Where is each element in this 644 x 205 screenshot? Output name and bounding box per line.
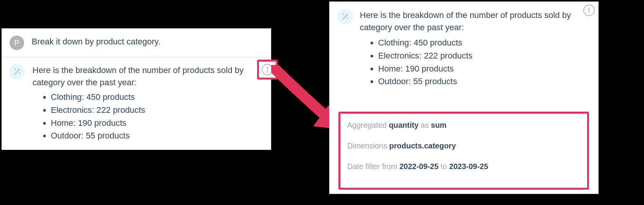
date-mid: to: [439, 162, 449, 171]
ai-intro-text: Here is the breakdown of the number of p…: [32, 65, 244, 87]
user-message-text: Break it down by product category.: [32, 36, 263, 48]
list-item: Outdoor: 55 products: [378, 75, 590, 88]
aggregation-line: Aggregated quantity as sum: [347, 120, 580, 130]
dim-label: Dimensions: [347, 142, 389, 150]
date-label: Date filter from: [347, 162, 400, 171]
list-item: Electronics: 222 products: [51, 104, 263, 116]
list-item: Home: 190 products: [378, 63, 590, 75]
list-item: Clothing: 450 products: [51, 91, 263, 103]
magic-wand-icon: [341, 13, 350, 21]
dim-value: products.category: [389, 142, 456, 150]
magic-wand-icon: [13, 68, 21, 76]
query-details-box: Aggregated quantity as sum Dimensions pr…: [338, 112, 589, 190]
user-avatar: P: [10, 36, 24, 50]
date-filter-line: Date filter from 2022-09-25 to 2023-09-2…: [347, 162, 580, 171]
info-icon-highlight: !: [257, 60, 278, 80]
breakdown-list: Clothing: 450 products Electronics: 222 …: [32, 91, 263, 142]
ai-message-row-expanded: Here is the breakdown of the number of p…: [338, 9, 590, 88]
info-icon[interactable]: !: [583, 5, 595, 16]
agg-field: quantity: [389, 121, 419, 129]
ai-avatar: [338, 9, 353, 24]
chat-panel-left: P Break it down by product category. Her…: [2, 28, 271, 150]
ai-message-row: Here is the breakdown of the number of p…: [2, 57, 271, 150]
user-message-row: P Break it down by product category.: [2, 29, 271, 57]
agg-mid: as: [419, 121, 431, 129]
list-item: Home: 190 products: [51, 117, 263, 129]
ai-message-text: Here is the breakdown of the number of p…: [32, 64, 263, 143]
list-item: Outdoor: 55 products: [51, 130, 263, 142]
ai-message-text: Here is the breakdown of the number of p…: [360, 9, 590, 88]
agg-label: Aggregated: [347, 121, 389, 129]
date-from: 2022-09-25: [400, 162, 439, 171]
dimensions-line: Dimensions products.category: [347, 141, 580, 150]
ai-intro-text: Here is the breakdown of the number of p…: [360, 10, 571, 32]
info-icon[interactable]: !: [262, 64, 273, 75]
ai-avatar: [10, 64, 25, 80]
agg-func: sum: [431, 121, 447, 129]
date-to: 2023-09-25: [449, 162, 488, 171]
list-item: Electronics: 222 products: [378, 50, 590, 62]
list-item: Clothing: 450 products: [378, 37, 590, 49]
breakdown-list: Clothing: 450 products Electronics: 222 …: [360, 37, 590, 88]
info-icon-corner[interactable]: !: [583, 5, 595, 16]
